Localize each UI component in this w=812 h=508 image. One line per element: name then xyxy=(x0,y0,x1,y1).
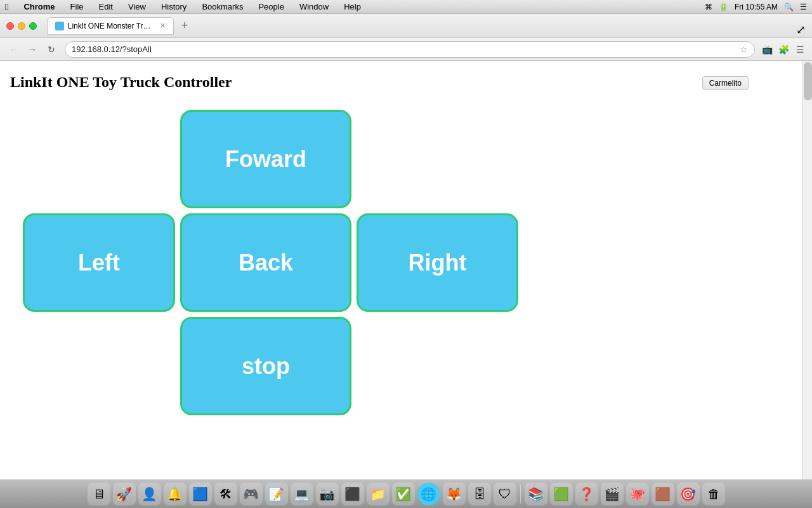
menu-edit[interactable]: Edit xyxy=(96,2,115,11)
page-title: LinkIt ONE Toy Truck Controller xyxy=(10,74,802,91)
toolbar-right-icons: 📺 🧩 ☰ xyxy=(760,43,807,57)
fullscreen-window-button[interactable] xyxy=(29,22,37,30)
forward-button-ctrl[interactable]: Foward xyxy=(180,110,351,208)
dock-contacts[interactable]: 👤 xyxy=(138,483,161,505)
dock-app2[interactable]: 🦊 xyxy=(443,483,466,505)
dock-github[interactable]: 🐙 xyxy=(626,483,649,505)
scrollbar-thumb[interactable] xyxy=(804,62,812,100)
chrome-toolbar: ← → ↻ 192.168.0.12/?stopAll ☆ 📺 🧩 ☰ xyxy=(0,38,812,61)
dock-filezilla[interactable]: 📁 xyxy=(367,483,390,505)
back-button[interactable]: ← xyxy=(5,41,22,58)
forward-button[interactable]: → xyxy=(24,41,41,58)
clock: Fri 10:55 AM xyxy=(735,3,778,11)
bookmark-icon[interactable]: ☆ xyxy=(740,44,748,55)
menu-view[interactable]: View xyxy=(126,2,148,11)
dock-intel-xdk[interactable]: 🛠 xyxy=(214,483,237,505)
tab-title: LinkIt ONE Monster Truck xyxy=(68,22,154,30)
stop-button-ctrl[interactable]: stop xyxy=(180,317,351,415)
cast-icon[interactable]: 📺 xyxy=(760,43,774,57)
minimize-window-button[interactable] xyxy=(18,22,25,30)
carmelito-button[interactable]: Carmelito xyxy=(702,76,749,90)
address-text: 192.168.0.12/?stopAll xyxy=(72,44,736,54)
menu-bar:  Chrome File Edit View History Bookmark… xyxy=(0,0,812,14)
dock-notification[interactable]: 🔔 xyxy=(164,483,187,505)
dock-trash[interactable]: 🗑 xyxy=(702,483,725,505)
chrome-menu-icon[interactable]: ☰ xyxy=(793,43,807,57)
menu-window[interactable]: Window xyxy=(297,2,331,11)
dock-app3[interactable]: 🎯 xyxy=(677,483,700,505)
page-content: LinkIt ONE Toy Truck Controller Foward L… xyxy=(0,61,812,479)
dock-stack[interactable]: 📚 xyxy=(525,483,547,505)
dock-finder[interactable]: 🖥 xyxy=(88,483,110,505)
scrollbar-track[interactable] xyxy=(802,61,812,479)
restore-window-button[interactable]: ⤢ xyxy=(796,23,806,37)
menu-history[interactable]: History xyxy=(159,2,189,11)
left-button-ctrl[interactable]: Left xyxy=(23,213,175,312)
new-tab-button[interactable]: + xyxy=(176,18,193,34)
chrome-titlebar: LinkIt ONE Monster Truck ✕ + Carmelito ⤢ xyxy=(0,14,812,38)
extensions-icon[interactable]: 🧩 xyxy=(776,43,790,57)
tab-bar: LinkIt ONE Monster Truck ✕ + xyxy=(47,14,193,37)
dock-screen-capture[interactable]: 📷 xyxy=(316,483,339,505)
dock-vlc[interactable]: 🎬 xyxy=(601,483,624,505)
reload-button[interactable]: ↻ xyxy=(43,41,60,58)
traffic-lights xyxy=(6,22,37,30)
dock: 🖥 🚀 👤 🔔 🟦 🛠 🎮 📝 💻 📷 ⬛ 📁 ✅ 🌐 🦊 🗄 🛡 📚 🟩 ❓ … xyxy=(0,479,812,508)
wifi-icon: ⌘ xyxy=(705,3,712,11)
menu-file[interactable]: File xyxy=(68,2,86,11)
menu-help[interactable]: Help xyxy=(341,2,363,11)
active-tab[interactable]: LinkIt ONE Monster Truck ✕ xyxy=(47,17,174,35)
dock-sequel[interactable]: 🗄 xyxy=(468,483,491,505)
search-icon[interactable]: 🔍 xyxy=(784,3,794,11)
menu-people[interactable]: People xyxy=(256,2,286,11)
dock-game[interactable]: 🎮 xyxy=(240,483,263,505)
back-button-ctrl[interactable]: Back xyxy=(180,213,351,312)
tab-close-button[interactable]: ✕ xyxy=(160,22,166,30)
tab-favicon xyxy=(55,22,64,30)
menu-chrome[interactable]: Chrome xyxy=(21,2,57,11)
dock-terminal[interactable]: ⬛ xyxy=(341,483,364,505)
apple-menu[interactable]:  xyxy=(5,1,8,12)
right-button-ctrl[interactable]: Right xyxy=(357,213,518,312)
menubar-right: ⌘ 🔋 Fri 10:55 AM 🔍 ☰ xyxy=(705,3,807,11)
dock-launchpad[interactable]: 🚀 xyxy=(113,483,136,505)
dock-word[interactable]: 📝 xyxy=(265,483,288,505)
battery-icon: 🔋 xyxy=(719,3,728,11)
dock-help[interactable]: ❓ xyxy=(575,483,598,505)
dock-virus[interactable]: 🛡 xyxy=(494,483,516,505)
dock-minecraft[interactable]: 🟫 xyxy=(652,483,674,505)
dock-arduino2[interactable]: 🟩 xyxy=(550,483,573,505)
dock-todo[interactable]: ✅ xyxy=(392,483,415,505)
menu-bookmarks[interactable]: Bookmarks xyxy=(199,2,246,11)
address-bar[interactable]: 192.168.0.12/?stopAll ☆ xyxy=(65,41,755,58)
notification-icon[interactable]: ☰ xyxy=(800,3,807,11)
dock-arduino[interactable]: 🟦 xyxy=(189,483,212,505)
dock-chrome[interactable]: 🌐 xyxy=(417,483,440,505)
close-window-button[interactable] xyxy=(6,22,14,30)
dock-separator xyxy=(520,485,521,504)
controller-grid: Foward Left Back Right stop xyxy=(23,110,802,415)
dock-dreamweaver[interactable]: 💻 xyxy=(291,483,313,505)
